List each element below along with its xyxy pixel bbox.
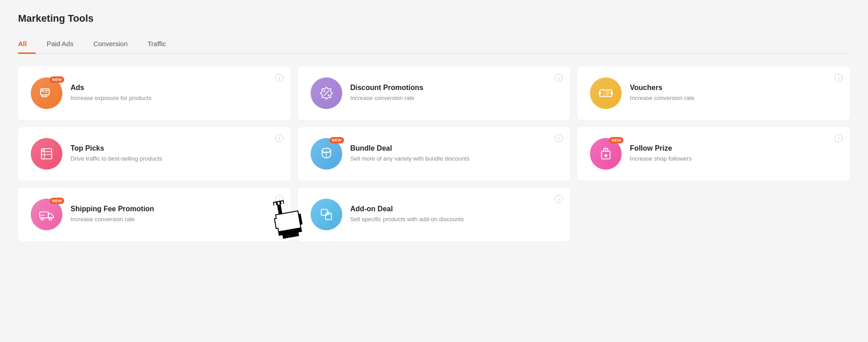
card-title-follow-prize: Follow Prize (630, 144, 837, 152)
svg-point-9 (327, 95, 329, 96)
card-desc-ads: Increase exposure for products (71, 94, 278, 102)
icon-wrap-vouchers (590, 77, 622, 109)
card-desc-follow-prize: Increase shop followers (630, 155, 837, 163)
card-title-ads: Ads (71, 84, 278, 92)
svg-rect-26 (40, 212, 48, 218)
tab-all[interactable]: All (18, 35, 36, 53)
new-badge: NEW (330, 137, 344, 143)
card-title-vouchers: Vouchers (630, 84, 837, 92)
new-badge: NEW (609, 137, 623, 143)
card-title-top-picks: Top Picks (71, 144, 278, 152)
icon-circle-vouchers (590, 77, 622, 109)
icon-circle-discount-promotions (311, 77, 342, 109)
tabs-bar: All Paid Ads Conversion Traffic (18, 35, 850, 54)
icon-circle-addon-deal (311, 199, 342, 230)
card-title-addon-deal: Add-on Deal (350, 205, 558, 213)
card-addon-deal[interactable]: Add-on DealSell specific products with a… (298, 188, 571, 241)
card-desc-addon-deal: Sell specific products with add-on disco… (350, 215, 558, 223)
icon-circle-top-picks (31, 138, 62, 170)
new-badge: NEW (50, 76, 64, 83)
icon-wrap-shipping-fee: NEW (31, 199, 62, 230)
card-info-addon-deal: Add-on DealSell specific products with a… (350, 205, 558, 223)
svg-rect-1 (42, 90, 44, 92)
page-container: Marketing Tools All Paid Ads Conversion … (0, 0, 868, 342)
card-shipping-fee[interactable]: NEWShipping Fee PromotionIncrease conver… (18, 188, 291, 241)
card-desc-bundle-deal: Sell more of any variety with bundle dis… (350, 155, 558, 163)
info-icon[interactable]: i (275, 195, 283, 203)
tab-paid-ads[interactable]: Paid Ads (47, 35, 82, 53)
card-desc-discount-promotions: Increase conversion rate (350, 94, 558, 102)
card-info-top-picks: Top PicksDrive traffic to best-selling p… (71, 144, 278, 163)
svg-point-11 (599, 92, 601, 95)
card-vouchers[interactable]: VouchersIncrease conversion ratei (577, 66, 850, 120)
info-icon[interactable]: i (275, 134, 283, 142)
icon-wrap-top-picks (31, 138, 62, 170)
svg-rect-30 (321, 209, 327, 215)
card-info-bundle-deal: Bundle DealSell more of any variety with… (350, 144, 558, 163)
icon-wrap-bundle-deal: NEW (311, 138, 342, 170)
svg-point-8 (323, 90, 325, 92)
icon-wrap-discount-promotions (311, 77, 342, 109)
card-follow-prize[interactable]: NEWFollow PrizeIncrease shop followersi (577, 127, 850, 180)
card-title-shipping-fee: Shipping Fee Promotion (71, 205, 278, 213)
info-icon[interactable]: i (555, 74, 563, 82)
svg-point-27 (41, 218, 44, 220)
svg-point-12 (611, 92, 613, 95)
card-desc-top-picks: Drive traffic to best-selling products (71, 155, 278, 163)
info-icon[interactable]: i (555, 134, 563, 142)
info-icon[interactable]: i (835, 134, 843, 142)
info-icon[interactable]: i (835, 74, 843, 82)
card-info-ads: AdsIncrease exposure for products (71, 84, 278, 102)
card-bundle-deal[interactable]: NEWBundle DealSell more of any variety w… (298, 127, 571, 180)
svg-point-28 (49, 218, 52, 220)
tab-conversion[interactable]: Conversion (93, 35, 137, 53)
new-badge: NEW (50, 198, 64, 204)
info-icon[interactable]: i (555, 195, 563, 203)
icon-wrap-follow-prize: NEW (590, 138, 622, 170)
card-info-shipping-fee: Shipping Fee PromotionIncrease conversio… (71, 205, 278, 223)
card-top-picks[interactable]: Top PicksDrive traffic to best-selling p… (18, 127, 291, 180)
card-desc-shipping-fee: Increase conversion rate (71, 215, 278, 223)
cards-grid: NEWAdsIncrease exposure for productsi Di… (18, 66, 850, 241)
info-icon[interactable]: i (275, 74, 283, 82)
icon-wrap-ads: NEW (31, 77, 62, 109)
card-desc-vouchers: Increase conversion rate (630, 94, 837, 102)
card-ads[interactable]: NEWAdsIncrease exposure for productsi (18, 66, 291, 120)
card-info-follow-prize: Follow PrizeIncrease shop followers (630, 144, 837, 163)
card-title-bundle-deal: Bundle Deal (350, 144, 558, 152)
page-title: Marketing Tools (18, 13, 850, 24)
card-discount-promotions[interactable]: Discount PromotionsIncrease conversion r… (298, 66, 571, 120)
card-info-discount-promotions: Discount PromotionsIncrease conversion r… (350, 84, 558, 102)
tab-traffic[interactable]: Traffic (147, 35, 175, 53)
card-title-discount-promotions: Discount Promotions (350, 84, 558, 92)
card-info-vouchers: VouchersIncrease conversion rate (630, 84, 837, 102)
icon-wrap-addon-deal (311, 199, 342, 230)
svg-rect-21 (42, 150, 44, 152)
